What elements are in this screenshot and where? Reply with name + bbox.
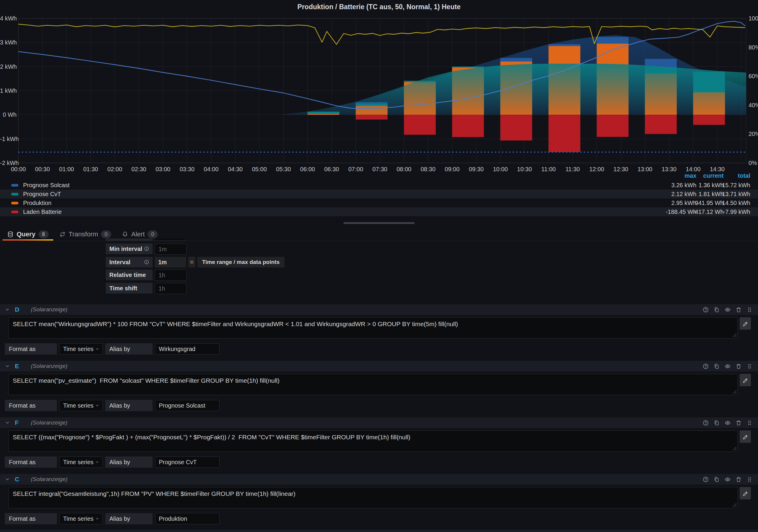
eye-icon[interactable] — [725, 420, 731, 426]
tab-label: Alert — [131, 230, 145, 238]
y-axis-right-tick: 40% — [748, 102, 758, 109]
legend-series-name[interactable]: Produktion — [23, 200, 52, 207]
x-axis-tick: 02:30 — [132, 166, 146, 173]
x-axis-tick: 10:00 — [493, 166, 508, 173]
help-icon[interactable] — [703, 363, 709, 369]
help-icon[interactable] — [703, 476, 709, 482]
trash-icon[interactable] — [736, 363, 742, 369]
alias-input[interactable]: Wirkungsgrad — [155, 343, 220, 354]
help-icon[interactable] — [703, 420, 709, 426]
eye-icon[interactable] — [725, 476, 731, 482]
sql-query-editor[interactable]: SELECT integral("Gesamtleistung",1h) FRO… — [8, 487, 738, 508]
alias-by-label: Alias by — [105, 343, 153, 354]
option-label-text: Relative time — [109, 272, 146, 279]
edit-query-button[interactable] — [740, 487, 751, 499]
collapse-control[interactable] — [5, 420, 10, 425]
grafana-panel-edit: Produktion / Batterie (TC aus, 50, Norma… — [0, 0, 758, 532]
query-header[interactable]: E(Solaranzeige) — [0, 361, 758, 372]
chart-canvas[interactable] — [0, 0, 758, 179]
edit-query-button[interactable] — [740, 430, 751, 443]
active-tab-underline — [2, 239, 53, 241]
format-as-label: Format as — [5, 400, 57, 411]
legend-swatch — [11, 202, 18, 204]
sql-query-editor[interactable]: SELECT mean("pv_estimate") FROM "solcast… — [8, 374, 738, 395]
x-axis-tick: 13:30 — [662, 166, 676, 173]
tabbar-divider — [0, 241, 758, 241]
option-row: Interval1m=Time range / max data points — [106, 257, 285, 267]
query-header[interactable]: F(Solaranzeige) — [0, 417, 758, 428]
alias-input[interactable]: Prognose CvT — [155, 456, 220, 468]
query-header[interactable]: D(Solaranzeige) — [0, 304, 758, 315]
legend-series-name[interactable]: Prognose Solcast — [23, 182, 70, 189]
legend-value-total: -7.99 kWh — [709, 209, 750, 216]
query-ref-id: C — [15, 476, 25, 483]
x-axis-tick: 06:00 — [300, 166, 315, 173]
trash-icon[interactable] — [736, 476, 742, 482]
alias-input[interactable]: Produktion — [155, 513, 220, 524]
copy-icon[interactable] — [713, 476, 720, 482]
sql-query-editor[interactable]: SELECT mean("WirkungsgradWR") * 100 FROM… — [8, 317, 738, 339]
option-input[interactable]: 1m — [155, 244, 187, 255]
resize-grip-icon[interactable] — [733, 503, 737, 507]
edit-query-button[interactable] — [740, 317, 751, 330]
y-axis-left-tick: -1 kWh — [0, 136, 17, 143]
format-row: Format asTime seriesAlias byProduktion — [5, 513, 220, 524]
copy-icon[interactable] — [713, 363, 720, 369]
collapse-control[interactable] — [5, 363, 10, 369]
format-select[interactable]: Time series — [59, 513, 103, 524]
collapse-control[interactable] — [5, 307, 10, 312]
eye-icon[interactable] — [725, 307, 731, 313]
drag-icon[interactable] — [746, 476, 753, 482]
collapse-control[interactable] — [5, 477, 10, 482]
info-icon[interactable] — [144, 246, 150, 252]
drag-icon[interactable] — [746, 420, 753, 426]
format-select[interactable]: Time series — [59, 400, 103, 411]
x-axis-tick: 01:30 — [83, 166, 98, 173]
alias-by-label: Alias by — [105, 513, 153, 524]
trash-icon[interactable] — [736, 420, 742, 426]
query-header[interactable]: C(Solaranzeige) — [0, 474, 758, 484]
format-as-label: Format as — [5, 343, 57, 354]
timeseries-chart[interactable]: 4 kWh3 kWh2 kWh1 kWh0 Wh-1 kWh-2 kWh100%… — [0, 0, 758, 179]
alias-by-label: Alias by — [105, 400, 153, 411]
bar-laden-batterie — [645, 115, 676, 134]
panel-splitter-handle[interactable] — [343, 222, 415, 224]
copy-icon[interactable] — [713, 307, 720, 313]
legend-row: Produktion2.95 kWh941.95 Wh14.50 kWh — [0, 198, 758, 207]
copy-icon[interactable] — [713, 420, 720, 426]
x-axis-tick: 01:00 — [59, 166, 74, 173]
option-label: Interval — [106, 257, 153, 267]
drag-icon[interactable] — [746, 307, 753, 313]
x-axis-tick: 05:30 — [276, 166, 291, 173]
alias-input[interactable]: Prognose Solcast — [155, 400, 220, 411]
legend-series-name[interactable]: Prognose CvT — [23, 191, 61, 198]
resize-grip-icon[interactable] — [733, 333, 737, 337]
resize-grip-icon[interactable] — [733, 447, 737, 450]
edit-query-button[interactable] — [740, 374, 751, 386]
chevron-down-icon — [95, 460, 100, 464]
equals-sign: = — [188, 257, 195, 267]
y-axis-left-tick: 1 kWh — [0, 87, 17, 94]
chevron-down-icon — [5, 420, 10, 425]
chevron-down-icon — [95, 347, 100, 351]
x-axis-tick: 12:30 — [613, 166, 628, 173]
format-select[interactable]: Time series — [59, 343, 103, 354]
trash-icon[interactable] — [736, 307, 742, 313]
option-row: Relative time1h — [106, 270, 285, 281]
format-select[interactable]: Time series — [59, 456, 103, 468]
resize-grip-icon[interactable] — [733, 390, 737, 394]
eye-icon[interactable] — [725, 363, 731, 369]
legend-value-total: 14.50 kWh — [709, 200, 750, 207]
option-input[interactable]: 1h — [155, 283, 187, 294]
x-axis-tick: 07:00 — [349, 166, 363, 173]
tab-query[interactable]: Query8 — [2, 227, 54, 241]
help-icon[interactable] — [703, 307, 709, 313]
drag-icon[interactable] — [746, 363, 753, 369]
legend-column-header[interactable]: total — [709, 172, 750, 179]
sql-query-editor[interactable]: SELECT ((max("Prognose") * $ProgFakt ) +… — [8, 430, 738, 452]
option-input[interactable]: 1h — [155, 270, 187, 281]
info-icon[interactable] — [144, 259, 150, 265]
query-datasource: (Solaranzeige) — [31, 363, 68, 369]
chevron-down-icon — [5, 307, 10, 312]
legend-series-name[interactable]: Laden Batterie — [23, 209, 62, 216]
